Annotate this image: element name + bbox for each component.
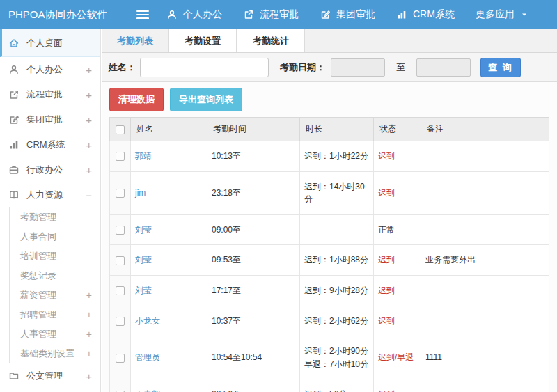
sidebar-item-2[interactable]: 流程审批+ <box>0 82 100 107</box>
expand-toggle-icon[interactable]: + <box>86 290 92 301</box>
employee-name-link[interactable]: 王壹辉 <box>135 389 160 392</box>
row-checkbox[interactable] <box>116 189 125 198</box>
sidebar-subitem-6-4[interactable]: 薪资管理+ <box>10 285 100 305</box>
note-cell <box>421 141 549 172</box>
employee-name-link[interactable]: 刘莹 <box>135 255 152 265</box>
export-list-button[interactable]: 导出查询列表 <box>170 88 242 111</box>
caret-down-icon <box>520 10 528 19</box>
user-icon <box>8 64 20 75</box>
sidebar-subitem-6-3[interactable]: 奖惩记录 <box>10 266 100 285</box>
status-badge: 迟到 <box>378 316 395 326</box>
name-input[interactable] <box>140 58 269 77</box>
table-row: jim23:18至迟到：14小时30分迟到 <box>110 171 549 214</box>
expand-toggle-icon[interactable]: + <box>86 348 92 359</box>
top-nav-label: 更多应用 <box>476 8 515 21</box>
row-checkbox[interactable] <box>116 152 125 161</box>
flow-icon <box>243 9 254 20</box>
sidebar-subitem-6-2[interactable]: 培训管理 <box>10 246 100 266</box>
sidebar-subitem-6-7[interactable]: 基础类别设置+ <box>10 344 100 363</box>
duration-line: 迟到：2小时90分 <box>304 345 369 358</box>
top-nav-item-4[interactable]: 更多应用 <box>465 0 539 29</box>
sidebar-item-4[interactable]: CRM系统+ <box>0 132 100 157</box>
status-badge: 迟到 <box>378 285 395 295</box>
top-nav-item-1[interactable]: 流程审批 <box>233 0 309 29</box>
row-checkbox[interactable] <box>116 354 125 363</box>
employee-name-link[interactable]: 刘莹 <box>135 225 152 235</box>
expand-toggle-icon[interactable]: + <box>86 89 92 101</box>
row-checkbox-cell <box>110 379 131 392</box>
search-button[interactable]: 查 询 <box>480 58 521 77</box>
note-cell <box>421 306 549 336</box>
employee-name-link[interactable]: 管理员 <box>135 352 160 362</box>
sidebar-subitem-6-5[interactable]: 招聘管理+ <box>10 305 100 324</box>
menu-toggle-icon[interactable] <box>136 10 149 19</box>
sidebar-item-8[interactable]: 用车管理+ <box>0 389 100 392</box>
row-checkbox[interactable] <box>116 226 125 235</box>
clean-data-button[interactable]: 清理数据 <box>109 88 164 111</box>
note-cell: 业务需要外出 <box>421 245 549 276</box>
table-row: 王壹辉08:56至迟到：56分迟到 <box>110 379 549 392</box>
name-cell: 王壹辉 <box>131 379 207 392</box>
status-cell: 迟到 <box>374 306 421 336</box>
duration-cell: 迟到：1小时88分 <box>300 245 374 276</box>
top-header: PHPOA协同办公软件 个人办公流程审批集团审批CRM系统更多应用 <box>0 0 557 29</box>
sidebar-subitem-6-6[interactable]: 人事管理+ <box>10 324 100 344</box>
top-nav-item-0[interactable]: 个人办公 <box>156 0 233 29</box>
status-cell: 迟到 <box>374 379 421 392</box>
expand-toggle-icon[interactable]: + <box>86 114 92 126</box>
name-cell: 小龙女 <box>131 306 207 336</box>
sidebar-item-0[interactable]: 个人桌面 <box>0 29 100 57</box>
employee-name-link[interactable]: jim <box>135 188 146 198</box>
sidebar-subitem-label: 人事管理 <box>20 328 56 340</box>
table-header-cell: 时长 <box>300 118 374 141</box>
row-checkbox[interactable] <box>116 256 125 265</box>
tab-1[interactable]: 考勤设置 <box>168 29 237 52</box>
date-from-input[interactable] <box>331 58 385 77</box>
table-header-row: 姓名考勤时间时长状态备注 <box>110 118 549 141</box>
sidebar-item-1[interactable]: 个人办公+ <box>0 57 100 82</box>
name-cell: 刘莹 <box>131 214 207 245</box>
status-badge: 迟到 <box>378 389 395 392</box>
employee-name-link[interactable]: 刘莹 <box>135 285 152 295</box>
expand-toggle-icon[interactable]: + <box>86 309 92 320</box>
table-row: 郭靖10:13至迟到：1小时22分迟到 <box>110 141 549 172</box>
duration-cell: 迟到：2小时62分 <box>300 306 374 336</box>
top-nav-item-3[interactable]: CRM系统 <box>386 0 465 29</box>
note-cell <box>421 275 549 306</box>
duration-cell: 迟到：1小时22分 <box>300 141 374 172</box>
table-header-cell: 状态 <box>374 118 421 141</box>
row-checkbox[interactable] <box>116 317 125 326</box>
employee-name-link[interactable]: 郭靖 <box>135 151 152 161</box>
sidebar-item-3[interactable]: 集团审批+ <box>0 107 100 132</box>
status-cell: 正常 <box>374 214 421 245</box>
employee-name-link[interactable]: 小龙女 <box>135 316 160 326</box>
expand-toggle-icon[interactable]: + <box>86 164 92 176</box>
tab-0[interactable]: 考勤列表 <box>102 29 168 52</box>
date-to-input[interactable] <box>416 58 471 77</box>
expand-toggle-icon[interactable]: + <box>86 64 92 76</box>
row-checkbox[interactable] <box>116 286 125 295</box>
sidebar-subitem-6-0[interactable]: 考勤管理 <box>10 207 100 227</box>
table-row: 刘莹17:17至迟到：9小时28分迟到 <box>110 275 549 306</box>
app-logo: PHPOA协同办公软件 <box>0 8 124 22</box>
sidebar-item-7[interactable]: 公文管理+ <box>0 363 100 389</box>
status-cell: 迟到 <box>374 245 421 276</box>
expand-toggle-icon[interactable]: − <box>86 189 92 201</box>
tab-2[interactable]: 考勤统计 <box>237 29 305 52</box>
sidebar-item-6[interactable]: 人力资源− <box>0 182 100 207</box>
status-badge: 迟到/早退 <box>378 352 414 362</box>
expand-toggle-icon[interactable]: + <box>86 329 92 340</box>
sidebar-item-5[interactable]: 行政办公+ <box>0 157 100 182</box>
sidebar-subitem-label: 基础类别设置 <box>20 347 74 360</box>
sidebar-item-label: 集团审批 <box>26 113 63 126</box>
sidebar-item-label: 个人桌面 <box>26 37 63 49</box>
sidebar-subitem-6-1[interactable]: 人事合同 <box>10 227 100 246</box>
top-nav-item-2[interactable]: 集团审批 <box>309 0 386 29</box>
expand-toggle-icon[interactable]: + <box>86 370 92 382</box>
time-cell: 09:00至 <box>207 214 300 245</box>
expand-toggle-icon[interactable]: + <box>86 139 92 151</box>
name-cell: 郭靖 <box>131 141 207 172</box>
name-cell: 刘莹 <box>131 245 207 276</box>
status-badge: 迟到 <box>378 188 395 198</box>
select-all-checkbox[interactable] <box>116 125 125 134</box>
